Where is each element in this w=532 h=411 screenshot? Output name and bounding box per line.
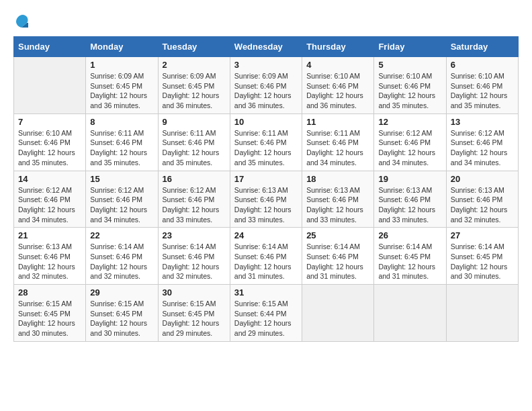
- day-info: Sunrise: 6:12 AM Sunset: 6:46 PM Dayligh…: [90, 185, 153, 225]
- day-number: 15: [90, 174, 153, 184]
- calendar-cell: 7Sunrise: 6:10 AM Sunset: 6:46 PM Daylig…: [14, 113, 86, 171]
- calendar-cell: 28Sunrise: 6:15 AM Sunset: 6:45 PM Dayli…: [14, 285, 86, 342]
- day-header-wednesday: Wednesday: [230, 37, 302, 57]
- calendar-cell: 1Sunrise: 6:09 AM Sunset: 6:45 PM Daylig…: [86, 57, 158, 114]
- calendar-cell: 12Sunrise: 6:12 AM Sunset: 6:46 PM Dayli…: [374, 113, 446, 171]
- day-info: Sunrise: 6:12 AM Sunset: 6:46 PM Dayligh…: [18, 185, 81, 225]
- day-number: 16: [163, 174, 226, 184]
- day-info: Sunrise: 6:09 AM Sunset: 6:45 PM Dayligh…: [90, 71, 153, 111]
- calendar-cell: 3Sunrise: 6:09 AM Sunset: 6:46 PM Daylig…: [230, 57, 302, 114]
- calendar-cell: 11Sunrise: 6:11 AM Sunset: 6:46 PM Dayli…: [302, 113, 374, 171]
- day-number: 21: [18, 230, 81, 240]
- calendar-cell: 14Sunrise: 6:12 AM Sunset: 6:46 PM Dayli…: [14, 171, 86, 228]
- calendar-cell: 8Sunrise: 6:11 AM Sunset: 6:46 PM Daylig…: [86, 113, 158, 171]
- day-info: Sunrise: 6:11 AM Sunset: 6:46 PM Dayligh…: [234, 128, 298, 168]
- day-number: 4: [306, 60, 369, 70]
- calendar-cell: 10Sunrise: 6:11 AM Sunset: 6:46 PM Dayli…: [230, 113, 302, 171]
- day-number: 27: [451, 230, 514, 240]
- day-info: Sunrise: 6:10 AM Sunset: 6:46 PM Dayligh…: [378, 71, 441, 111]
- calendar-table: SundayMondayTuesdayWednesdayThursdayFrid…: [13, 36, 519, 342]
- calendar-cell: 23Sunrise: 6:14 AM Sunset: 6:46 PM Dayli…: [158, 228, 230, 285]
- calendar-cell: 2Sunrise: 6:09 AM Sunset: 6:45 PM Daylig…: [158, 57, 230, 114]
- calendar-cell: 26Sunrise: 6:14 AM Sunset: 6:45 PM Dayli…: [374, 228, 446, 285]
- day-number: 26: [378, 230, 441, 240]
- calendar-cell: 18Sunrise: 6:13 AM Sunset: 6:46 PM Dayli…: [302, 171, 374, 228]
- calendar-cell: 20Sunrise: 6:13 AM Sunset: 6:46 PM Dayli…: [446, 171, 518, 228]
- calendar-cell: [374, 285, 446, 342]
- day-number: 30: [163, 287, 226, 298]
- day-number: 20: [451, 174, 514, 184]
- day-header-sunday: Sunday: [14, 37, 86, 57]
- day-number: 6: [451, 60, 514, 70]
- day-number: 11: [306, 117, 369, 127]
- day-number: 31: [234, 287, 298, 298]
- day-info: Sunrise: 6:10 AM Sunset: 6:46 PM Dayligh…: [306, 71, 369, 111]
- day-number: 3: [234, 60, 298, 70]
- calendar-cell: [446, 285, 518, 342]
- day-number: 17: [234, 174, 298, 184]
- day-number: 25: [306, 230, 369, 240]
- day-number: 18: [306, 174, 369, 184]
- logo-icon: [15, 13, 31, 30]
- calendar-cell: 29Sunrise: 6:15 AM Sunset: 6:45 PM Dayli…: [86, 285, 158, 342]
- day-number: 24: [234, 230, 298, 240]
- day-info: Sunrise: 6:15 AM Sunset: 6:44 PM Dayligh…: [234, 299, 298, 338]
- day-number: 14: [18, 174, 81, 184]
- day-info: Sunrise: 6:14 AM Sunset: 6:45 PM Dayligh…: [451, 242, 514, 281]
- day-info: Sunrise: 6:14 AM Sunset: 6:46 PM Dayligh…: [90, 242, 153, 281]
- day-info: Sunrise: 6:09 AM Sunset: 6:46 PM Dayligh…: [234, 71, 298, 111]
- day-info: Sunrise: 6:14 AM Sunset: 6:46 PM Dayligh…: [306, 242, 369, 281]
- day-info: Sunrise: 6:12 AM Sunset: 6:46 PM Dayligh…: [451, 128, 514, 168]
- day-number: 28: [18, 287, 81, 298]
- day-info: Sunrise: 6:11 AM Sunset: 6:46 PM Dayligh…: [306, 128, 369, 168]
- day-info: Sunrise: 6:11 AM Sunset: 6:46 PM Dayligh…: [163, 128, 226, 168]
- day-info: Sunrise: 6:13 AM Sunset: 6:46 PM Dayligh…: [378, 185, 441, 225]
- calendar-cell: 21Sunrise: 6:13 AM Sunset: 6:46 PM Dayli…: [14, 228, 86, 285]
- day-number: 8: [90, 117, 153, 127]
- calendar-cell: 24Sunrise: 6:14 AM Sunset: 6:46 PM Dayli…: [230, 228, 302, 285]
- day-info: Sunrise: 6:14 AM Sunset: 6:45 PM Dayligh…: [378, 242, 441, 281]
- logo: [13, 13, 31, 30]
- day-header-thursday: Thursday: [302, 37, 374, 57]
- day-info: Sunrise: 6:15 AM Sunset: 6:45 PM Dayligh…: [163, 299, 226, 338]
- day-number: 10: [234, 117, 298, 127]
- calendar-cell: 9Sunrise: 6:11 AM Sunset: 6:46 PM Daylig…: [158, 113, 230, 171]
- day-number: 22: [90, 230, 153, 240]
- day-number: 5: [378, 60, 441, 70]
- calendar-cell: 31Sunrise: 6:15 AM Sunset: 6:44 PM Dayli…: [230, 285, 302, 342]
- calendar-cell: 27Sunrise: 6:14 AM Sunset: 6:45 PM Dayli…: [446, 228, 518, 285]
- calendar-cell: 22Sunrise: 6:14 AM Sunset: 6:46 PM Dayli…: [86, 228, 158, 285]
- calendar-cell: 4Sunrise: 6:10 AM Sunset: 6:46 PM Daylig…: [302, 57, 374, 114]
- day-info: Sunrise: 6:13 AM Sunset: 6:46 PM Dayligh…: [451, 185, 514, 225]
- day-info: Sunrise: 6:13 AM Sunset: 6:46 PM Dayligh…: [18, 242, 81, 281]
- day-number: 12: [378, 117, 441, 127]
- day-info: Sunrise: 6:10 AM Sunset: 6:46 PM Dayligh…: [451, 71, 514, 111]
- page-header: [13, 13, 519, 30]
- calendar-cell: 30Sunrise: 6:15 AM Sunset: 6:45 PM Dayli…: [158, 285, 230, 342]
- day-info: Sunrise: 6:15 AM Sunset: 6:45 PM Dayligh…: [18, 299, 81, 338]
- day-number: 19: [378, 174, 441, 184]
- calendar-cell: 16Sunrise: 6:12 AM Sunset: 6:46 PM Dayli…: [158, 171, 230, 228]
- day-header-tuesday: Tuesday: [158, 37, 230, 57]
- day-number: 1: [90, 60, 153, 70]
- day-number: 23: [163, 230, 226, 240]
- day-number: 9: [163, 117, 226, 127]
- calendar-cell: [302, 285, 374, 342]
- day-info: Sunrise: 6:11 AM Sunset: 6:46 PM Dayligh…: [90, 128, 153, 168]
- calendar-cell: 13Sunrise: 6:12 AM Sunset: 6:46 PM Dayli…: [446, 113, 518, 171]
- day-info: Sunrise: 6:12 AM Sunset: 6:46 PM Dayligh…: [378, 128, 441, 168]
- day-info: Sunrise: 6:13 AM Sunset: 6:46 PM Dayligh…: [234, 185, 298, 225]
- day-info: Sunrise: 6:10 AM Sunset: 6:46 PM Dayligh…: [18, 128, 81, 168]
- day-header-saturday: Saturday: [446, 37, 518, 57]
- day-info: Sunrise: 6:09 AM Sunset: 6:45 PM Dayligh…: [163, 71, 226, 111]
- calendar-cell: 15Sunrise: 6:12 AM Sunset: 6:46 PM Dayli…: [86, 171, 158, 228]
- calendar-cell: 17Sunrise: 6:13 AM Sunset: 6:46 PM Dayli…: [230, 171, 302, 228]
- day-info: Sunrise: 6:12 AM Sunset: 6:46 PM Dayligh…: [163, 185, 226, 225]
- day-info: Sunrise: 6:13 AM Sunset: 6:46 PM Dayligh…: [306, 185, 369, 225]
- day-info: Sunrise: 6:14 AM Sunset: 6:46 PM Dayligh…: [234, 242, 298, 281]
- day-number: 29: [90, 287, 153, 298]
- calendar-cell: 19Sunrise: 6:13 AM Sunset: 6:46 PM Dayli…: [374, 171, 446, 228]
- day-number: 13: [451, 117, 514, 127]
- day-info: Sunrise: 6:15 AM Sunset: 6:45 PM Dayligh…: [90, 299, 153, 338]
- day-header-monday: Monday: [86, 37, 158, 57]
